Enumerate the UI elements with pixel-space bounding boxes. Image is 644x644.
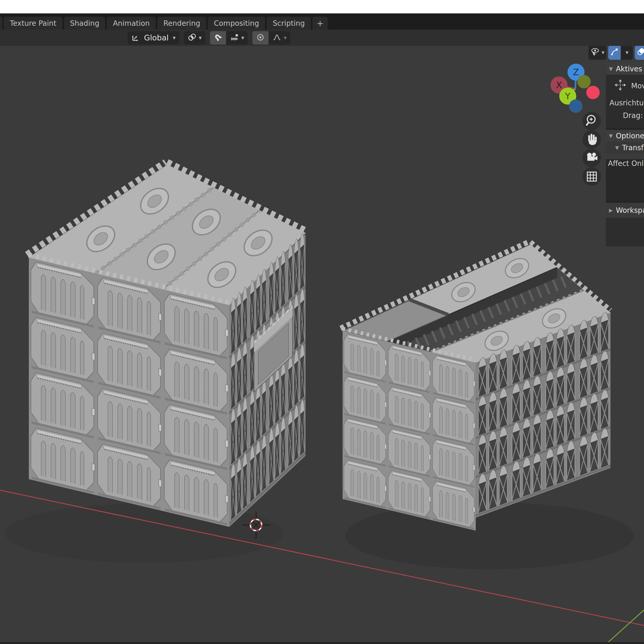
gizmo-y-label: Y — [565, 91, 571, 101]
panel-subheader-transform[interactable]: ▼ Transf — [606, 142, 644, 154]
gizmo-arc-icon — [610, 48, 618, 57]
chevron-down-icon: ▾ — [241, 35, 244, 41]
move-tool-icon — [614, 79, 626, 93]
gizmo-y-neg[interactable] — [577, 75, 591, 88]
orientation-axes-icon — [131, 33, 140, 43]
triangle-down-icon: ▼ — [615, 145, 619, 150]
navigation-gizmo[interactable]: Z X Y — [550, 64, 600, 113]
workspace-header-label: Workspa — [616, 206, 644, 215]
chevron-down-icon: ▾ — [199, 35, 202, 41]
active-tool-row[interactable]: Mov — [606, 75, 644, 95]
screen-top-strip — [0, 0, 644, 13]
tab-shading[interactable]: Shading — [64, 17, 105, 30]
magnet-icon — [214, 33, 222, 43]
triangle-down-icon: ▼ — [609, 133, 613, 139]
triangle-down-icon: ▼ — [609, 66, 613, 72]
editor-bottom-edge — [0, 642, 644, 644]
falloff-dropdown[interactable]: ▾ — [269, 31, 290, 45]
chevron-down-icon: ▾ — [625, 50, 628, 55]
triangle-right-icon: ▶ — [609, 207, 613, 213]
tool-settings-bar: Global ▾ ▾ — [0, 30, 644, 46]
sidebar-tool-panel: ▼ Aktives Mov Ausrichtun Drag: ▼ Optione — [606, 61, 644, 247]
gizmo-x-label: X — [556, 80, 562, 90]
gizmo-dropdown[interactable]: ▾ — [621, 45, 633, 60]
container-stack-right[interactable] — [341, 242, 611, 531]
tab-animation[interactable]: Animation — [107, 17, 156, 30]
tab-partial-left[interactable] — [0, 17, 2, 30]
snap-toggle-button[interactable] — [210, 31, 226, 45]
viewport-header-toggles: ▾ ▾ — [588, 45, 644, 60]
camera-view-button[interactable] — [582, 149, 601, 167]
show-overlays-toggle[interactable] — [635, 45, 644, 60]
proportional-edit-icon — [256, 33, 265, 43]
snapping-group: ▾ — [210, 31, 248, 45]
tab-scripting[interactable]: Scripting — [267, 17, 311, 30]
active-tool-header-label: Aktives — [616, 65, 642, 73]
proportional-edit-group: ▾ — [252, 31, 290, 45]
grid-ortho-button[interactable] — [582, 167, 601, 186]
workspace-tab-bar: Texture Paint Shading Animation Renderin… — [0, 13, 644, 30]
panel-header-active-tool[interactable]: ▼ Aktives — [606, 63, 644, 75]
orientation-value: Global — [142, 33, 170, 42]
chevron-down-icon: ▾ — [601, 50, 604, 55]
pan-hand-button[interactable] — [582, 130, 601, 149]
chevron-down-icon: ▾ — [173, 35, 176, 41]
container-stack-left[interactable] — [27, 162, 306, 527]
overlays-icon — [637, 48, 644, 57]
pivot-point-icon — [188, 33, 196, 43]
gizmo-z-label: Z — [573, 67, 579, 77]
selectability-dropdown[interactable]: ▾ — [588, 45, 606, 60]
eye-cursor-icon — [590, 48, 599, 57]
options-body: Affect Onl — [606, 159, 644, 201]
zoom-button[interactable] — [582, 112, 601, 130]
gizmo-x-neg[interactable] — [586, 86, 600, 99]
affect-only-label: Affect Onl — [606, 159, 644, 168]
panel-header-workspace[interactable]: ▶ Workspa — [606, 203, 644, 218]
active-tool-name: Mov — [631, 82, 644, 90]
active-tool-body: Mov Ausrichtun Drag: — [606, 75, 644, 128]
proportional-edit-toggle[interactable] — [252, 31, 268, 45]
options-header-label: Optione — [616, 132, 644, 140]
show-gizmo-toggle[interactable] — [608, 45, 621, 60]
tab-rendering[interactable]: Rendering — [157, 17, 206, 30]
axis-y-line — [603, 607, 644, 644]
drag-setting-label: Drag: — [606, 111, 644, 120]
orientation-setting-label: Ausrichtun — [606, 99, 644, 107]
tab-texture-paint[interactable]: Texture Paint — [4, 17, 62, 30]
viewport-3d[interactable]: Z X Y — [0, 0, 644, 644]
add-workspace-button[interactable]: + — [312, 17, 328, 30]
snap-increment-icon — [230, 33, 239, 43]
falloff-curve-icon — [273, 33, 281, 43]
tab-compositing[interactable]: Compositing — [208, 17, 265, 30]
pivot-point-dropdown[interactable]: ▾ — [184, 31, 205, 45]
panel-header-options[interactable]: ▼ Optione — [606, 130, 644, 142]
snap-settings-dropdown[interactable]: ▾ — [226, 31, 248, 45]
transform-orientation-dropdown[interactable]: Global ▾ — [128, 31, 179, 45]
transform-subheader-label: Transf — [622, 143, 644, 152]
panel-body-tail — [606, 218, 644, 247]
chevron-down-icon: ▾ — [284, 35, 287, 41]
gizmo-z-neg[interactable] — [569, 99, 582, 113]
